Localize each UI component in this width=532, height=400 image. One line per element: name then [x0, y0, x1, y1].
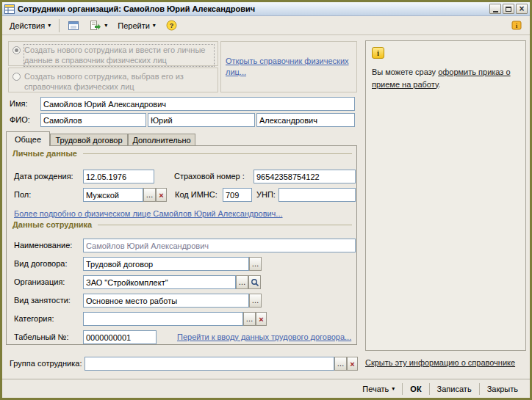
- contract-entry-link[interactable]: Перейти к вводу данных трудового договор…: [177, 332, 351, 341]
- personal-data-section-header: Личные данные: [12, 149, 352, 158]
- organization-label: Организация:: [14, 277, 65, 286]
- tab-contract-label: Трудовой договор: [55, 136, 122, 145]
- close-form-button[interactable]: Закрыть: [480, 382, 525, 396]
- gender-select-button[interactable]: …: [143, 188, 156, 202]
- ellipsis-icon: …: [252, 260, 259, 268]
- save-button[interactable]: Записать: [430, 382, 479, 396]
- category-input[interactable]: [83, 312, 243, 326]
- toolbar-separator: [59, 19, 60, 32]
- clear-icon: ×: [259, 315, 263, 324]
- titlebar: Сотрудники организаций: Самойлов Юрий Ал…: [2, 2, 530, 16]
- employment-type-label: Вид занятости:: [14, 296, 71, 305]
- tab-contract[interactable]: Трудовой договор: [50, 134, 128, 145]
- employment-type-select-button[interactable]: …: [249, 294, 262, 308]
- help-button[interactable]: ?: [162, 18, 181, 33]
- info-message: Вы можете сразу оформить приказ о приеме…: [372, 66, 519, 90]
- tab-additional[interactable]: Дополнительно: [128, 134, 195, 145]
- radio-create-new-person-label: Создать нового сотрудника и ввести его л…: [24, 45, 214, 66]
- help-icon: ?: [166, 20, 177, 31]
- section-rule: [83, 153, 352, 154]
- hide-info-link[interactable]: Скрыть эту информацию о справочнике: [365, 358, 515, 367]
- tab-additional-label: Дополнительно: [132, 136, 190, 145]
- catalog-info-panel: i Вы можете сразу оформить приказ о прие…: [365, 40, 526, 351]
- imns-code-label: Код ИМНС:: [175, 190, 218, 199]
- close-label: Закрыть: [487, 385, 518, 393]
- gender-label: Пол:: [14, 190, 31, 199]
- radio-select-existing-person-label: Создать нового сотрудника, выбрав его из…: [24, 71, 214, 92]
- naming-input[interactable]: [83, 239, 356, 252]
- employee-group-label: Группа сотрудника:: [10, 359, 82, 368]
- toggle-info-panel-button[interactable]: i: [506, 18, 527, 33]
- category-clear-button[interactable]: ×: [256, 312, 267, 326]
- organization-select-button[interactable]: …: [236, 275, 248, 289]
- clear-icon: ×: [159, 191, 163, 200]
- last-name-input[interactable]: [40, 113, 146, 127]
- person-details-link[interactable]: Более подробно о физическом лице Самойло…: [14, 209, 283, 218]
- middle-name-input[interactable]: [256, 113, 355, 127]
- employee-data-section-title: Данные сотрудника: [12, 220, 92, 229]
- employee-group-input[interactable]: [85, 357, 334, 371]
- go-label: Перейти: [118, 21, 150, 30]
- radio-select-existing-person[interactable]: Создать нового сотрудника, выбрав его из…: [8, 68, 218, 92]
- employee-group-clear-button[interactable]: ×: [347, 357, 358, 371]
- imns-code-input[interactable]: [223, 188, 252, 202]
- select-person-button[interactable]: [63, 18, 84, 33]
- contract-type-label: Вид договора:: [14, 259, 68, 268]
- contract-type-input[interactable]: [83, 257, 249, 271]
- tab-general[interactable]: Общее: [6, 131, 50, 146]
- minimize-icon: [493, 11, 498, 12]
- first-name-input[interactable]: [148, 113, 255, 127]
- catalog-icon: [4, 4, 15, 14]
- dropdown-arrow-icon: ▾: [48, 23, 51, 29]
- ellipsis-icon: …: [252, 297, 259, 305]
- radio-unselected-icon: [12, 73, 21, 81]
- ellipsis-icon: …: [146, 191, 154, 199]
- ellipsis-icon: …: [246, 315, 254, 323]
- contract-type-select-button[interactable]: …: [249, 257, 262, 271]
- ellipsis-icon: …: [239, 278, 246, 286]
- go-menu-button[interactable]: Перейти ▾: [113, 18, 160, 33]
- magnifier-icon: [251, 278, 259, 287]
- close-button[interactable]: ×: [516, 4, 528, 14]
- print-label: Печать: [362, 385, 389, 393]
- naming-label: Наименование:: [14, 241, 72, 250]
- open-persons-catalog-link[interactable]: Открыть справочник физических лиц...: [226, 56, 352, 78]
- gender-input[interactable]: [83, 188, 143, 202]
- actions-menu-button[interactable]: Действия ▾: [5, 18, 55, 33]
- info-message-suffix: .: [438, 80, 440, 89]
- ellipsis-icon: …: [337, 360, 345, 368]
- tab-general-label: Общее: [15, 135, 41, 144]
- maximize-button[interactable]: [503, 4, 514, 14]
- employee-group-select-button[interactable]: …: [334, 357, 347, 371]
- category-label: Категория:: [14, 314, 54, 323]
- actions-label: Действия: [10, 21, 45, 30]
- radio-selected-icon: [12, 46, 21, 54]
- window-title: Сотрудники организаций: Самойлов Юрий Ал…: [18, 4, 486, 13]
- organization-input[interactable]: [83, 275, 236, 289]
- clear-icon: ×: [350, 360, 354, 368]
- unp-label: УНП:: [256, 190, 276, 199]
- organization-open-button[interactable]: [248, 275, 261, 289]
- insurance-number-input[interactable]: [254, 170, 356, 183]
- minimize-button[interactable]: [489, 4, 501, 14]
- birth-date-input[interactable]: [83, 170, 154, 183]
- category-select-button[interactable]: …: [243, 312, 256, 326]
- info-icon: i: [372, 47, 384, 59]
- form-list-icon: [68, 20, 79, 32]
- info-panel-toggle-icon: i: [511, 20, 522, 32]
- personnel-number-label: Табельный №:: [14, 332, 68, 341]
- print-button[interactable]: Печать ▾: [355, 382, 402, 396]
- maximize-icon: [506, 7, 511, 12]
- open-catalog-link-box: Открыть справочник физических лиц...: [220, 41, 357, 92]
- employment-type-input[interactable]: [83, 294, 249, 308]
- create-based-on-button[interactable]: ▾: [85, 18, 112, 33]
- fio-label: ФИО:: [10, 115, 30, 124]
- ok-button[interactable]: ОК: [403, 382, 428, 396]
- create-based-on-icon: [90, 20, 101, 32]
- info-message-prefix: Вы можете сразу: [372, 68, 438, 76]
- gender-clear-button[interactable]: ×: [156, 188, 167, 202]
- name-input[interactable]: [40, 97, 355, 111]
- personnel-number-input[interactable]: [83, 330, 157, 344]
- unp-input[interactable]: [278, 188, 356, 202]
- radio-create-new-person[interactable]: Создать нового сотрудника и ввести его л…: [8, 41, 218, 66]
